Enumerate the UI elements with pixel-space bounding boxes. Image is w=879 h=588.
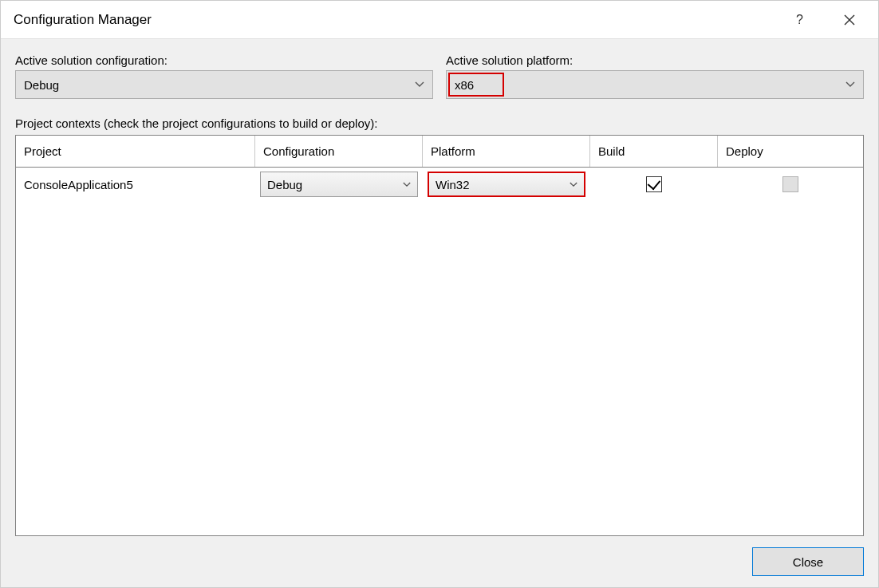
window-title: Configuration Manager xyxy=(14,12,770,28)
chevron-down-icon xyxy=(403,182,411,187)
deploy-checkbox xyxy=(782,176,798,192)
row-platform-value: Win32 xyxy=(436,178,470,191)
active-platform-value: x86 xyxy=(455,78,474,92)
close-window-button[interactable] xyxy=(834,4,865,36)
active-platform-select[interactable]: x86 xyxy=(446,70,864,99)
row-configuration-select[interactable]: Debug xyxy=(260,172,418,197)
dialog-content: Active solution configuration: Debug Act… xyxy=(1,39,878,587)
cell-deploy xyxy=(718,168,863,201)
active-config-label: Active solution configuration: xyxy=(15,53,433,67)
header-deploy[interactable]: Deploy xyxy=(718,136,863,167)
chevron-down-icon xyxy=(570,182,577,187)
build-checkbox[interactable] xyxy=(646,176,662,192)
close-button[interactable]: Close xyxy=(752,547,864,576)
project-contexts-grid: Project Configuration Platform Build Dep… xyxy=(15,135,864,536)
header-project[interactable]: Project xyxy=(16,136,255,167)
close-icon xyxy=(844,14,855,26)
chevron-down-icon xyxy=(845,81,855,88)
chevron-down-icon xyxy=(415,81,424,88)
table-row: ConsoleApplication5 Debug Win32 xyxy=(16,168,863,201)
project-contexts-label: Project contexts (check the project conf… xyxy=(15,116,864,130)
svg-text:?: ? xyxy=(796,13,803,26)
grid-header-row: Project Configuration Platform Build Dep… xyxy=(16,136,863,168)
header-platform[interactable]: Platform xyxy=(423,136,590,167)
dialog-footer: Close xyxy=(15,536,864,576)
cell-build xyxy=(590,168,718,201)
header-configuration[interactable]: Configuration xyxy=(255,136,423,167)
row-platform-select[interactable]: Win32 xyxy=(428,172,585,197)
titlebar: Configuration Manager ? xyxy=(1,1,878,39)
help-button[interactable]: ? xyxy=(786,4,818,36)
cell-project: ConsoleApplication5 xyxy=(16,168,255,201)
grid-body: ConsoleApplication5 Debug Win32 xyxy=(16,168,863,535)
row-configuration-value: Debug xyxy=(267,178,302,191)
cell-configuration: Debug xyxy=(255,168,423,201)
active-config-select[interactable]: Debug xyxy=(15,70,433,99)
active-config-value: Debug xyxy=(24,78,59,92)
cell-platform: Win32 xyxy=(423,168,590,201)
active-platform-label: Active solution platform: xyxy=(446,53,864,67)
header-build[interactable]: Build xyxy=(590,136,718,167)
help-icon: ? xyxy=(796,13,807,27)
